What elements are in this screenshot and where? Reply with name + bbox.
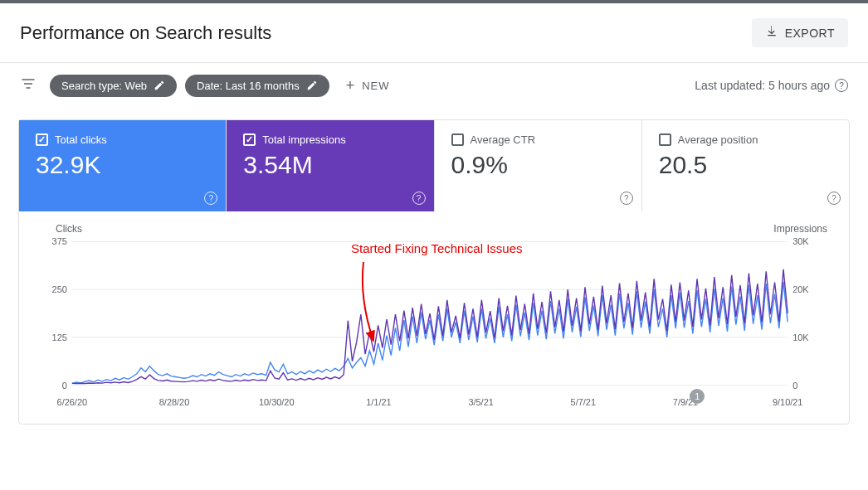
checkbox-icon bbox=[36, 133, 48, 146]
chip-search-type-label: Search type: Web bbox=[61, 80, 147, 92]
svg-text:125: 125 bbox=[52, 332, 67, 342]
svg-text:3/5/21: 3/5/21 bbox=[468, 397, 493, 407]
svg-text:20K: 20K bbox=[792, 284, 809, 294]
axis-right-label: Impressions bbox=[773, 223, 827, 235]
help-icon[interactable]: ? bbox=[835, 79, 848, 92]
svg-text:0: 0 bbox=[62, 381, 67, 391]
filter-icon[interactable] bbox=[20, 75, 37, 95]
page-title: Performance on Search results bbox=[20, 22, 271, 44]
last-updated: Last updated: 5 hours ago ? bbox=[695, 79, 848, 92]
svg-text:30K: 30K bbox=[792, 236, 809, 246]
svg-text:5/7/21: 5/7/21 bbox=[571, 397, 596, 407]
help-icon[interactable]: ? bbox=[412, 192, 426, 205]
axis-left-label: Clicks bbox=[56, 223, 82, 235]
filter-bar: Search type: Web Date: Last 16 months + … bbox=[0, 63, 868, 108]
page-header: Performance on Search results EXPORT bbox=[0, 3, 868, 63]
metric-average-ctr[interactable]: Average CTR 0.9% ? bbox=[435, 120, 642, 211]
svg-text:250: 250 bbox=[52, 284, 67, 294]
last-updated-text: Last updated: 5 hours ago bbox=[695, 79, 830, 92]
svg-text:10K: 10K bbox=[792, 332, 809, 342]
help-icon[interactable]: ? bbox=[827, 192, 841, 205]
plus-icon: + bbox=[346, 78, 356, 93]
pencil-icon bbox=[306, 80, 318, 91]
chip-date-label: Date: Last 16 months bbox=[197, 80, 300, 92]
export-button[interactable]: EXPORT bbox=[752, 18, 848, 47]
pencil-icon bbox=[154, 80, 165, 91]
svg-text:0: 0 bbox=[792, 381, 797, 391]
performance-chart: 0125250375010K20K30K6/26/208/28/2010/30/… bbox=[39, 223, 829, 414]
add-filter-button[interactable]: + NEW bbox=[338, 73, 398, 98]
help-icon[interactable]: ? bbox=[620, 192, 633, 205]
checkbox-icon bbox=[659, 133, 671, 146]
chart-container: Clicks Impressions 0125250375010K20K30K6… bbox=[19, 211, 849, 414]
checkbox-icon bbox=[451, 133, 464, 146]
svg-text:10/30/20: 10/30/20 bbox=[259, 397, 295, 407]
metric-row: Total clicks 32.9K ? Total impressions 3… bbox=[19, 120, 849, 211]
chip-date-range[interactable]: Date: Last 16 months bbox=[185, 75, 329, 97]
metric-value: 3.54M bbox=[243, 151, 417, 179]
export-label: EXPORT bbox=[785, 27, 835, 40]
metric-value: 32.9K bbox=[36, 151, 209, 179]
performance-card: Total clicks 32.9K ? Total impressions 3… bbox=[18, 119, 850, 425]
svg-text:9/10/21: 9/10/21 bbox=[773, 397, 803, 407]
download-icon bbox=[765, 25, 778, 41]
metric-label: Total clicks bbox=[55, 133, 107, 146]
metric-total-impressions[interactable]: Total impressions 3.54M ? bbox=[227, 120, 434, 211]
help-icon[interactable]: ? bbox=[204, 192, 217, 205]
metric-average-position[interactable]: Average position 20.5 ? bbox=[642, 120, 849, 211]
svg-text:6/26/20: 6/26/20 bbox=[57, 397, 87, 407]
checkbox-icon bbox=[243, 133, 256, 146]
new-label: NEW bbox=[362, 80, 389, 92]
svg-text:375: 375 bbox=[52, 236, 67, 246]
svg-text:8/28/20: 8/28/20 bbox=[159, 397, 190, 407]
chip-search-type[interactable]: Search type: Web bbox=[50, 75, 177, 97]
metric-value: 20.5 bbox=[659, 151, 832, 179]
metric-label: Average CTR bbox=[471, 133, 536, 146]
svg-text:1/1/21: 1/1/21 bbox=[366, 397, 391, 407]
metric-label: Total impressions bbox=[262, 133, 345, 146]
metric-label: Average position bbox=[678, 133, 758, 146]
metric-value: 0.9% bbox=[451, 151, 625, 179]
metric-total-clicks[interactable]: Total clicks 32.9K ? bbox=[19, 120, 227, 211]
